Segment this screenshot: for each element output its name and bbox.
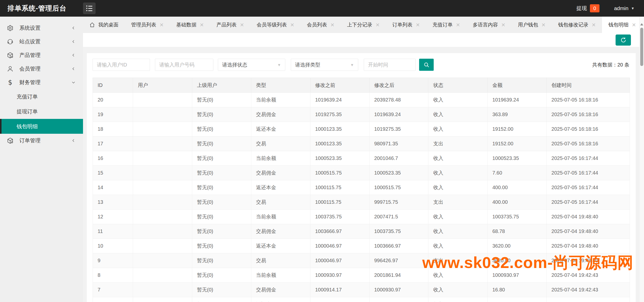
tab-wallet-edit-records[interactable]: 钱包修改记录✕ bbox=[552, 17, 602, 33]
table-row: 7暂无(0)交易佣金1000914.171000930.97收入16.80202… bbox=[93, 283, 630, 297]
dollar-icon: $ bbox=[7, 79, 14, 86]
table-cell: 1003666.97 bbox=[369, 239, 428, 253]
close-icon[interactable]: ✕ bbox=[240, 22, 244, 27]
sidebar-item-product-management[interactable]: 产品管理 bbox=[0, 48, 83, 62]
table-cell: 交易佣金 bbox=[251, 166, 310, 180]
refresh-button[interactable] bbox=[616, 35, 631, 46]
search-button[interactable] bbox=[419, 59, 434, 71]
table-cell: 2025-07-04 19:42:43 bbox=[547, 268, 630, 283]
vertical-scrollbar[interactable] bbox=[639, 17, 644, 302]
table-cell: 1000515.75 bbox=[369, 180, 428, 195]
type-select[interactable]: 请选择类型 ▼ bbox=[291, 59, 358, 71]
sidebar-subitem-withdraw-orders[interactable]: 提现订单 bbox=[0, 104, 83, 119]
table-cell: 15 bbox=[93, 166, 133, 180]
close-icon[interactable]: ✕ bbox=[632, 22, 636, 27]
close-icon[interactable]: ✕ bbox=[376, 22, 380, 27]
tab-my-desktop[interactable]: 我的桌面 bbox=[83, 17, 125, 33]
tab-label: 我的桌面 bbox=[98, 21, 118, 28]
scroll-up-arrow-icon[interactable] bbox=[640, 23, 643, 25]
table-cell: 收入 bbox=[428, 180, 488, 195]
table-cell: 2025-07-05 16:17:44 bbox=[547, 166, 630, 180]
withdraw-count-badge[interactable]: 0 bbox=[590, 4, 599, 12]
total-count: 20 bbox=[617, 62, 623, 68]
box-icon bbox=[7, 52, 14, 59]
table-cell: 996426.97 bbox=[369, 253, 428, 268]
tab-basic-data[interactable]: 基础数据✕ bbox=[170, 17, 210, 33]
table-cell: 支出 bbox=[428, 137, 488, 151]
tab-order-list[interactable]: 订单列表✕ bbox=[386, 17, 426, 33]
sidebar: 系统设置站点设置产品管理会员管理$财务管理充值订单提现订单钱包明细订单管理 bbox=[0, 17, 83, 302]
table-cell: 交易佣金 bbox=[251, 224, 310, 239]
scrollbar-thumb[interactable] bbox=[640, 28, 643, 66]
status-select[interactable]: 请选择状态 ▼ bbox=[218, 59, 285, 71]
table-cell: 1000930.97 bbox=[488, 268, 547, 283]
table-cell bbox=[133, 166, 192, 180]
tab-updown-records[interactable]: 上下分记录✕ bbox=[341, 17, 386, 33]
user-number-input[interactable] bbox=[155, 59, 213, 71]
table-cell: 2025-07-05 16:18:16 bbox=[547, 137, 630, 151]
sidebar-toggle-button[interactable] bbox=[83, 3, 96, 14]
user-id-input[interactable] bbox=[93, 59, 150, 71]
tab-multilang-content[interactable]: 多语言内容✕ bbox=[466, 17, 512, 33]
table-cell: 14 bbox=[93, 180, 133, 195]
table-cell: 8 bbox=[93, 268, 133, 283]
tab-member-list[interactable]: 会员列表✕ bbox=[301, 17, 341, 33]
close-icon[interactable]: ✕ bbox=[416, 22, 420, 27]
table-cell: 暂无(0) bbox=[192, 122, 251, 137]
close-icon[interactable]: ✕ bbox=[159, 22, 164, 27]
tab-admin-list[interactable]: 管理员列表✕ bbox=[125, 17, 170, 33]
table-cell: 400.00 bbox=[488, 180, 547, 195]
close-icon[interactable]: ✕ bbox=[330, 22, 335, 27]
total-count-text: 共有数据：20 条 bbox=[592, 61, 630, 68]
table-cell: 999715.75 bbox=[369, 195, 428, 210]
table-cell: 暂无(0) bbox=[192, 297, 251, 302]
chevron-left-icon bbox=[71, 138, 76, 143]
user-menu[interactable]: admin ▼ bbox=[614, 5, 634, 11]
tab-recharge-orders[interactable]: 充值订单✕ bbox=[426, 17, 466, 33]
table-cell: 1003666.97 bbox=[310, 224, 369, 239]
sidebar-item-member-management[interactable]: 会员管理 bbox=[0, 62, 83, 76]
sidebar-subitem-wallet-details[interactable]: 钱包明细 bbox=[0, 119, 83, 134]
table-row: 19暂无(0)交易佣金1019275.351019639.24收入363.892… bbox=[93, 107, 630, 122]
table-cell: 16.80 bbox=[488, 283, 547, 297]
sidebar-item-system-settings[interactable]: 系统设置 bbox=[0, 21, 83, 35]
search-icon bbox=[423, 62, 430, 68]
table-cell: 2025-07-04 19:42:43 bbox=[547, 283, 630, 297]
table-row: 8暂无(0)当前余额1000930.972001861.94收入1000930.… bbox=[93, 268, 630, 283]
close-icon[interactable]: ✕ bbox=[592, 22, 596, 27]
tab-user-wallet[interactable]: 用户钱包✕ bbox=[512, 17, 552, 33]
start-time-input[interactable] bbox=[364, 59, 416, 71]
withdraw-link[interactable]: 提现 bbox=[576, 5, 587, 12]
table-cell: 暂无(0) bbox=[192, 93, 251, 107]
tab-member-level-list[interactable]: 会员等级列表✕ bbox=[250, 17, 301, 33]
close-icon[interactable]: ✕ bbox=[501, 22, 505, 27]
table-cell: 暂无(0) bbox=[192, 283, 251, 297]
table-cell: 20 bbox=[93, 93, 133, 107]
table-cell bbox=[133, 239, 192, 253]
close-icon[interactable]: ✕ bbox=[541, 22, 546, 27]
tab-product-list[interactable]: 产品列表✕ bbox=[210, 17, 251, 33]
tab-label: 会员等级列表 bbox=[257, 21, 287, 28]
table-cell: 1000930.97 bbox=[369, 283, 428, 297]
table-cell bbox=[133, 151, 192, 166]
close-icon[interactable]: ✕ bbox=[200, 22, 204, 27]
table-cell: 支出 bbox=[428, 253, 488, 268]
column-header: 创建时间 bbox=[547, 78, 630, 93]
sidebar-subitem-recharge-orders[interactable]: 充值订单 bbox=[0, 89, 83, 104]
tab-label: 订单列表 bbox=[392, 21, 413, 28]
username: admin bbox=[614, 5, 628, 11]
app-title: 排单系统-管理后台 bbox=[0, 4, 79, 13]
table-cell: 2025-07-05 16:17:44 bbox=[547, 195, 630, 210]
wallet-details-table: ID用户上级用户类型修改之前修改之后状态金额创建时间 20暂无(0)当前余额10… bbox=[93, 78, 630, 302]
sidebar-item-finance-management[interactable]: $财务管理 bbox=[0, 76, 83, 89]
close-icon[interactable]: ✕ bbox=[456, 22, 460, 27]
table-cell: 400.00 bbox=[488, 195, 547, 210]
table-cell: 2025-07-05 16:17:44 bbox=[547, 151, 630, 166]
sidebar-item-order-management[interactable]: 订单管理 bbox=[0, 134, 83, 147]
tab-wallet-details[interactable]: 钱包明细✕ bbox=[602, 17, 639, 33]
table-cell: 10 bbox=[93, 239, 133, 253]
tab-label: 充值订单 bbox=[432, 21, 453, 28]
close-icon[interactable]: ✕ bbox=[290, 22, 294, 27]
sidebar-item-site-settings[interactable]: 站点设置 bbox=[0, 35, 83, 48]
table-cell: 6 bbox=[93, 297, 133, 302]
